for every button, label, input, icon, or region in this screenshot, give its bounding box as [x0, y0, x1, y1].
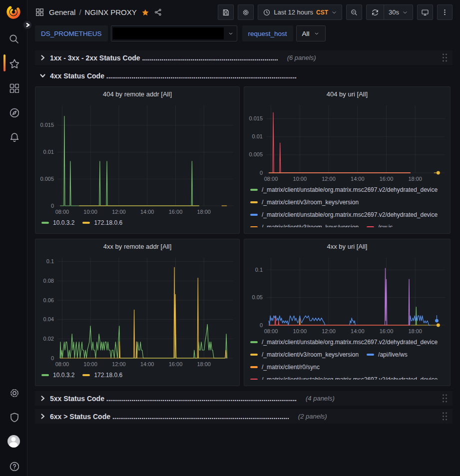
sidebar-item-explore[interactable] [0, 106, 27, 117]
legend-item[interactable]: /_matrix/client/unstable/org.matrix.msc2… [250, 210, 438, 219]
sidebar-item-starred[interactable] [0, 57, 27, 68]
sidebar-item-search[interactable] [0, 33, 27, 44]
dashboard-settings-button[interactable] [238, 4, 254, 20]
dashboard-body: 1xx - 3xx - 2xx Status Code ............… [27, 50, 460, 424]
legend-item[interactable]: /api/live/ws [367, 350, 408, 359]
legend-label: 172.18.0.6 [94, 219, 122, 226]
sidebar-item-configuration[interactable] [0, 387, 27, 398]
breadcrumb-section[interactable]: General [49, 8, 75, 16]
row-header-4xx[interactable]: 4xx Status Code ........................… [35, 68, 453, 83]
series-point [437, 324, 440, 327]
legend-swatch [367, 354, 374, 356]
refresh-button[interactable] [367, 5, 384, 19]
variables-row: DS_PROMETHEUS request_host All [27, 23, 460, 47]
legend-swatch [250, 366, 258, 368]
panels-grid: 404 by remote addr [All]00.0050.010.0150… [35, 86, 453, 386]
x-tick-label: 14:00 [140, 361, 154, 367]
tv-mode-button[interactable] [417, 4, 433, 20]
row-panel-count: (2 panels) [298, 413, 327, 420]
favorite-star-icon[interactable] [141, 8, 149, 16]
datasource-variable-label[interactable]: DS_PROMETHEUS [35, 25, 108, 41]
legend-swatch [41, 374, 49, 376]
row-drag-handle-icon[interactable] [442, 53, 448, 62]
share-icon[interactable] [154, 8, 162, 16]
chevron-down-icon [228, 30, 234, 36]
row-title: 6xx > Status Code ......................… [50, 413, 289, 421]
legend-item[interactable]: /_matrix/client/unstable/org.matrix.msc2… [250, 185, 438, 194]
grafana-logo[interactable] [6, 5, 20, 19]
timeseries-chart[interactable]: 00.0050.010.01508:0010:0012:0014:0016:00… [248, 101, 447, 184]
legend-item[interactable]: /_matrix/client/unstable/org.matrix.msc2… [250, 338, 438, 347]
sidebar-item-server-admin[interactable] [0, 411, 27, 422]
legend-item[interactable]: /sw.js [367, 223, 393, 227]
timeseries-chart[interactable]: 00.050.108:0010:0012:0014:0016:0018:00 [248, 254, 447, 337]
y-tick-label: 0.04 [43, 316, 54, 322]
save-dashboard-button[interactable] [218, 4, 234, 20]
legend-label: /_matrix/client/unstable/org.matrix.msc2… [262, 376, 438, 380]
redacted-value [113, 27, 224, 39]
zoom-out-time-button[interactable] [346, 4, 362, 20]
avatar[interactable] [7, 435, 20, 448]
panel-404-by-uri-all: 404 by uri [All]00.0050.010.01508:0010:0… [244, 86, 451, 234]
y-tick-label: 0.015 [249, 115, 263, 121]
legend-item[interactable]: /_matrix/client/unstable/org.matrix.msc2… [250, 375, 438, 380]
row-drag-handle-icon[interactable] [442, 412, 448, 421]
chevron-right-icon [39, 395, 46, 402]
legend-label: /api/live/ws [378, 351, 408, 358]
series-line [269, 319, 411, 325]
panel-legend: /_matrix/client/unstable/org.matrix.msc2… [244, 184, 450, 227]
legend-item[interactable]: 10.0.3.2 [41, 218, 74, 227]
time-range-picker[interactable]: Last 12 hours CST [258, 4, 342, 20]
gear-icon [8, 387, 19, 398]
compass-icon [8, 107, 19, 117]
panel-title[interactable]: 404 by uri [All] [244, 87, 450, 101]
legend-swatch [250, 341, 258, 343]
sidebar-item-help[interactable] [0, 460, 27, 471]
request-host-variable-select[interactable]: All [296, 25, 326, 41]
row-panel-count: (6 panels) [287, 54, 316, 61]
series-line [269, 112, 411, 173]
legend-swatch [41, 222, 49, 224]
legend-item[interactable]: 172.18.0.6 [82, 218, 122, 227]
dashboard-grid-icon[interactable] [35, 7, 44, 17]
legend-item[interactable]: /_matrix/client/r0/sync [250, 363, 320, 372]
refresh-interval-value: 30s [389, 8, 399, 16]
row-header-5xx[interactable]: 5xx Status Code ........................… [35, 391, 453, 406]
chevron-down-icon [314, 30, 320, 36]
refresh-interval-dropdown[interactable]: 30s [384, 5, 413, 19]
chevron-down-icon [331, 9, 337, 15]
panel-title[interactable]: 4xx by remote addr [All] [35, 239, 239, 254]
x-tick-label: 12:00 [112, 209, 126, 215]
request-host-variable-label[interactable]: request_host [242, 25, 293, 41]
x-tick-label: 14:00 [140, 209, 154, 215]
timezone-label: CST [316, 9, 328, 16]
legend-item[interactable]: 10.0.3.2 [41, 371, 74, 380]
monitor-icon [421, 8, 429, 16]
timeseries-chart[interactable]: 00.0050.010.01508:0010:0012:0014:0016:00… [39, 101, 235, 217]
row-header-6xx[interactable]: 6xx > Status Code ......................… [35, 409, 453, 424]
legend-swatch [367, 226, 374, 227]
more-options-button[interactable] [437, 4, 453, 20]
sidebar-item-profile[interactable] [0, 436, 27, 447]
sidebar-expand-button[interactable] [22, 19, 33, 30]
panel-title[interactable]: 404 by remote addr [All] [35, 87, 239, 101]
legend-item[interactable]: 172.18.0.6 [82, 371, 122, 380]
sidebar-item-dashboards[interactable] [0, 82, 27, 93]
sidebar-item-alerting[interactable] [0, 131, 27, 142]
y-tick-label: 0 [51, 203, 54, 209]
panel-4xx-by-remote-addr-all: 4xx by remote addr [All]00.020.040.060.0… [35, 239, 240, 386]
legend-item[interactable]: /_matrix/client/v3/room_keys/version [250, 350, 359, 359]
x-tick-label: 12:00 [322, 328, 336, 334]
legend-swatch [250, 214, 258, 216]
sidebar-bottom-items [0, 387, 27, 471]
legend-item[interactable]: /_matrix/client/v3/room_keys/version [250, 198, 359, 207]
zoom-out-icon [350, 8, 358, 16]
row-drag-handle-icon[interactable] [442, 394, 448, 403]
datasource-variable-select[interactable] [111, 25, 237, 41]
legend-swatch [250, 354, 258, 356]
legend-item[interactable]: /_matrix/client/v3/room_keys/version [250, 223, 359, 227]
timeseries-chart[interactable]: 00.020.040.060.080.108:0010:0012:0014:00… [39, 254, 235, 370]
panel-title[interactable]: 4xx by uri [All] [244, 239, 450, 254]
breadcrumb-dashboard-title[interactable]: NGINX PROXY [85, 8, 137, 16]
row-header-1xx-3xx-2xx[interactable]: 1xx - 3xx - 2xx Status Code ............… [35, 50, 453, 65]
